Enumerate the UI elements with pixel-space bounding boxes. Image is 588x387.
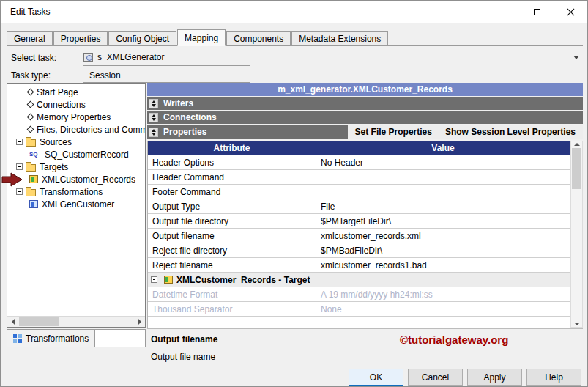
select-task-underline: [83, 65, 250, 66]
tab-properties[interactable]: Properties: [53, 31, 108, 45]
value-cell[interactable]: $PMBadFileDir\: [316, 243, 570, 257]
tab-transformations-bottom[interactable]: Transformations: [7, 330, 95, 347]
tab-mapping[interactable]: Mapping: [177, 29, 226, 46]
table-row: Output file directory $PMTargetFileDir\: [148, 214, 570, 229]
tab-general[interactable]: General: [7, 31, 53, 45]
tree-item-xmlcustomer-records[interactable]: XMLCustomer_Records: [7, 173, 145, 185]
diamond-icon: [27, 101, 34, 108]
help-button[interactable]: Help: [526, 369, 581, 386]
value-cell[interactable]: No Header: [316, 155, 570, 169]
column-header-value: Value: [316, 141, 570, 155]
target-icon: [29, 175, 38, 183]
collapse-minus-icon[interactable]: [16, 163, 23, 170]
table-vertical-scrollbar[interactable]: [570, 141, 583, 328]
tree-item-label: Start Page: [37, 87, 78, 97]
collapse-minus-icon[interactable]: [16, 188, 23, 195]
minimize-button[interactable]: [486, 1, 520, 23]
value-cell[interactable]: [316, 170, 570, 184]
target-instance-title: m_xml_generator.XMLCustomer_Records: [278, 84, 453, 95]
close-button[interactable]: [554, 1, 587, 23]
value-cell[interactable]: [316, 185, 570, 199]
select-task-dropdown-button[interactable]: [569, 51, 583, 64]
select-task-combobox[interactable]: s_XMLGenerator: [83, 50, 583, 64]
collapse-minus-icon[interactable]: [151, 276, 157, 283]
transformations-grid-icon: [13, 334, 22, 343]
properties-bar-left: Properties: [147, 125, 348, 139]
tree-item-label: SQ_CustomerRecord: [45, 150, 129, 160]
set-file-properties-link[interactable]: Set File Properties: [355, 127, 432, 137]
attribute-cell: Header Command: [148, 170, 316, 184]
expand-collapse-icon[interactable]: [149, 113, 158, 122]
scroll-left-button[interactable]: [7, 317, 18, 327]
tree-item-label: Memory Properties: [37, 112, 111, 122]
table-row-disabled: Thousand Separator None: [148, 302, 570, 317]
tree-item-targets[interactable]: Targets: [7, 161, 145, 173]
value-cell: A 19 mm/dd/yyyy hh24:mi:ss: [316, 287, 570, 301]
properties-links: Set File Properties Show Session Level P…: [348, 125, 583, 139]
tree-item-files-directories[interactable]: Files, Directories and Comma: [7, 123, 145, 136]
tree-item-label: Targets: [40, 162, 68, 172]
tree-item-label: Transformations: [40, 187, 103, 197]
tree-item-sq-customerrecord[interactable]: SQ_CustomerRecord: [7, 148, 145, 161]
collapse-minus-icon[interactable]: [16, 139, 23, 145]
attribute-cell: Header Options: [148, 155, 316, 169]
table-row-disabled: Datetime Format A 19 mm/dd/yyyy hh24:mi:…: [148, 287, 570, 302]
select-task-label: Select task:: [11, 53, 56, 63]
value-cell[interactable]: xmlcustomer_records.xml: [316, 229, 570, 243]
value-cell[interactable]: $PMTargetFileDir\: [316, 214, 570, 228]
tree-item-label: XMLGenCustomer: [42, 199, 114, 210]
task-type-value: Session: [89, 70, 121, 81]
attribute-cell: Thousand Separator: [148, 302, 316, 316]
tree-item-xmlgencustomer[interactable]: XMLGenCustomer: [7, 198, 145, 210]
attribute-cell: Reject file directory: [148, 243, 316, 257]
help-description: Output file name: [151, 352, 215, 362]
maximize-icon: [534, 9, 540, 15]
section-bar-properties: Properties Set File Properties Show Sess…: [147, 125, 583, 139]
tree-item-connections[interactable]: Connections: [7, 98, 145, 111]
maximize-button[interactable]: [520, 1, 554, 23]
tree-item-label: Files, Directories and Comma: [37, 125, 146, 135]
tab-components[interactable]: Components: [226, 31, 291, 45]
properties-table: Attribute Value Header Options No Header…: [147, 141, 570, 328]
section-label: Connections: [163, 112, 217, 122]
scrollbar-thumb[interactable]: [19, 317, 59, 326]
ok-button[interactable]: OK: [349, 369, 403, 386]
show-session-level-properties-link[interactable]: Show Session Level Properties: [445, 127, 576, 137]
tree-bottom-tabbar: Transformations: [7, 329, 146, 347]
folder-icon: [26, 139, 36, 147]
scrollbar-thumb[interactable]: [572, 148, 581, 189]
source-qualifier-icon: [29, 150, 41, 158]
diamond-icon: [27, 114, 34, 121]
table-row: Reject filename xmlcustomer_records1.bad: [148, 258, 570, 273]
tree-item-memory-properties[interactable]: Memory Properties: [7, 111, 145, 123]
attribute-cell: Footer Command: [148, 185, 316, 199]
cancel-button[interactable]: Cancel: [408, 369, 463, 386]
section-bar-connections: Connections: [147, 111, 583, 124]
tab-strip: General Properties Config Object Mapping…: [7, 29, 583, 46]
apply-button[interactable]: Apply: [467, 369, 522, 386]
window-controls: [486, 1, 587, 23]
scroll-right-button[interactable]: [134, 317, 145, 327]
target-instance-header: m_xml_generator.XMLCustomer_Records: [147, 83, 583, 96]
tab-metadata-extensions[interactable]: Metadata Extensions: [291, 31, 388, 45]
tree-item-start-page[interactable]: Start Page: [7, 86, 145, 98]
tab-config-object[interactable]: Config Object: [108, 31, 176, 45]
expand-collapse-icon[interactable]: [149, 99, 158, 108]
expand-collapse-icon[interactable]: [149, 128, 158, 137]
arrow-up-icon[interactable]: [574, 143, 580, 146]
table-row: Reject file directory $PMBadFileDir\: [148, 243, 570, 258]
section-label: Properties: [163, 127, 206, 137]
value-cell[interactable]: xmlcustomer_records1.bad: [316, 258, 570, 272]
arrow-left-icon: [12, 319, 15, 325]
tree-item-label: Sources: [40, 137, 72, 147]
value-cell[interactable]: File: [316, 199, 570, 213]
minimize-icon: [499, 12, 507, 12]
tree-horizontal-scrollbar[interactable]: [7, 316, 145, 327]
arrow-down-icon[interactable]: [574, 322, 580, 325]
table-row: Footer Command: [148, 185, 570, 199]
value-cell: None: [316, 302, 570, 316]
chevron-down-icon: [573, 56, 579, 59]
tree-item-transformations[interactable]: Transformations: [7, 185, 145, 198]
tree-item-sources[interactable]: Sources: [7, 136, 145, 148]
attribute-cell: Output Type: [148, 199, 316, 213]
